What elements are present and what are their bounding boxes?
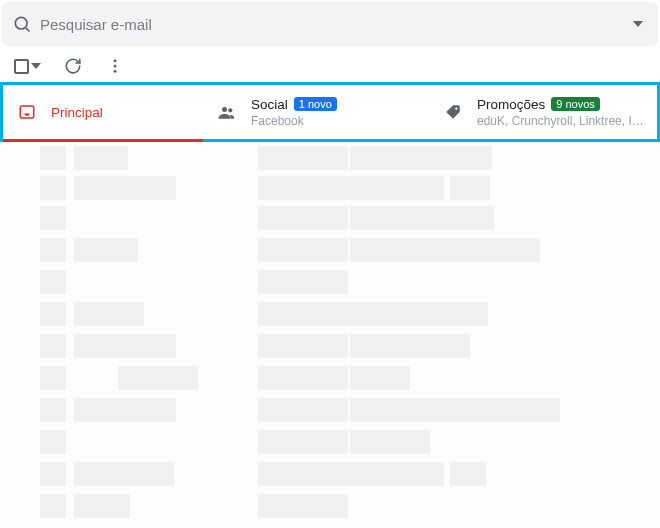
select-all-checkbox[interactable] [14, 59, 41, 74]
email-list-placeholder [0, 142, 660, 528]
tab-promotions-sub: eduK, Crunchyroll, Linktree, Ins… [477, 114, 647, 128]
people-icon [217, 102, 237, 122]
search-options-dropdown[interactable] [626, 12, 650, 36]
tag-icon [443, 102, 463, 122]
more-menu-button[interactable] [105, 56, 125, 76]
search-input[interactable] [40, 16, 626, 33]
svg-line-1 [26, 28, 30, 32]
toolbar [0, 46, 660, 82]
tab-social-label: Social [251, 97, 288, 112]
svg-point-2 [114, 59, 117, 62]
tab-primary[interactable]: Principal [3, 85, 203, 139]
svg-rect-5 [20, 106, 34, 118]
tab-promotions-badge: 9 novos [551, 97, 600, 111]
tab-promotions[interactable]: Promoções 9 novos eduK, Crunchyroll, Lin… [429, 85, 657, 139]
svg-point-0 [15, 17, 27, 29]
category-tabs-highlight: Principal Social 1 novo Facebook Promoçõ… [0, 82, 660, 142]
inbox-icon [17, 102, 37, 122]
svg-point-6 [222, 107, 227, 112]
svg-point-7 [228, 108, 232, 112]
tab-promotions-label: Promoções [477, 97, 545, 112]
search-bar[interactable] [2, 2, 658, 46]
tab-social-badge: 1 novo [294, 97, 337, 111]
svg-point-4 [114, 70, 117, 73]
tab-social[interactable]: Social 1 novo Facebook [203, 85, 429, 139]
search-icon [10, 12, 34, 36]
refresh-button[interactable] [63, 56, 83, 76]
tab-social-sub: Facebook [251, 114, 337, 128]
tab-primary-label: Principal [51, 105, 103, 120]
svg-point-8 [455, 108, 457, 110]
svg-point-3 [114, 65, 117, 68]
